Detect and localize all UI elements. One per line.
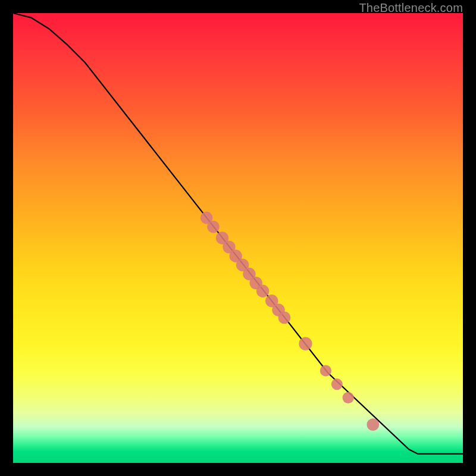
data-marker xyxy=(207,221,220,233)
data-marker xyxy=(299,337,312,350)
data-marker xyxy=(256,285,269,298)
bottleneck-curve xyxy=(13,13,463,454)
data-marker xyxy=(278,311,291,324)
watermark-text: TheBottleneck.com xyxy=(359,1,463,15)
data-markers xyxy=(201,212,379,431)
data-marker xyxy=(320,365,331,376)
data-marker xyxy=(331,378,343,390)
outer-frame: TheBottleneck.com xyxy=(0,0,476,476)
curve-layer xyxy=(13,13,463,463)
data-marker xyxy=(367,418,379,431)
data-marker xyxy=(343,392,354,403)
gradient-plot-area xyxy=(13,13,463,463)
